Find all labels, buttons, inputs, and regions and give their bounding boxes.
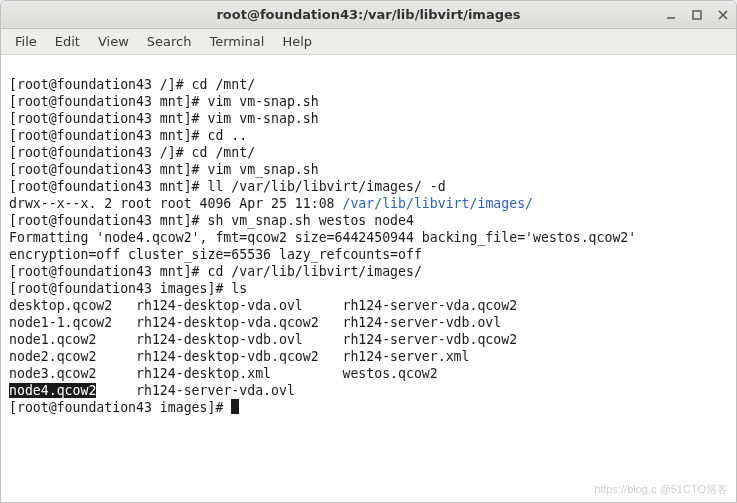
cursor-icon xyxy=(231,399,239,414)
terminal-area[interactable]: [root@foundation43 /]# cd /mnt/ [root@fo… xyxy=(1,55,736,502)
terminal-line: [root@foundation43 mnt]# cd .. xyxy=(9,128,247,143)
svg-rect-1 xyxy=(693,11,701,19)
terminal-line: [root@foundation43 mnt]# vim vm-snap.sh xyxy=(9,94,319,109)
prompt: [root@foundation43 images]# xyxy=(9,400,231,415)
menu-edit[interactable]: Edit xyxy=(47,31,88,52)
watermark-text: https://blog.c @51CTO博客 xyxy=(594,481,728,498)
minimize-button[interactable] xyxy=(664,8,678,22)
highlighted-filename: node4.qcow2 xyxy=(9,383,96,398)
menu-view[interactable]: View xyxy=(90,31,137,52)
terminal-line: drwx--x--x. 2 root root 4096 Apr 25 11:0… xyxy=(9,196,533,211)
window-controls xyxy=(664,8,730,22)
terminal-line: [root@foundation43 mnt]# vim vm-snap.sh xyxy=(9,111,319,126)
menu-terminal[interactable]: Terminal xyxy=(201,31,272,52)
menu-search[interactable]: Search xyxy=(139,31,200,52)
terminal-line: node2.qcow2 rh124-desktop-vdb.qcow2 rh12… xyxy=(9,349,470,364)
terminal-line: [root@foundation43 mnt]# sh vm_snap.sh w… xyxy=(9,213,414,228)
window-title: root@foundation43:/var/lib/libvirt/image… xyxy=(1,7,736,22)
ls-output-rest: rh124-server-vda.ovl xyxy=(96,383,295,398)
terminal-line: [root@foundation43 mnt]# vim vm_snap.sh xyxy=(9,162,319,177)
terminal-line: [root@foundation43 images]# xyxy=(9,400,239,415)
maximize-button[interactable] xyxy=(690,8,704,22)
window-titlebar: root@foundation43:/var/lib/libvirt/image… xyxy=(1,1,736,29)
terminal-line: [root@foundation43 /]# cd /mnt/ xyxy=(9,145,255,160)
terminal-line: Formatting 'node4.qcow2', fmt=qcow2 size… xyxy=(9,230,644,245)
terminal-line: node1.qcow2 rh124-desktop-vdb.ovl rh124-… xyxy=(9,332,517,347)
directory-path: /var/lib/libvirt/images/ xyxy=(342,196,533,211)
terminal-line: encryption=off cluster_size=65536 lazy_r… xyxy=(9,247,422,262)
terminal-line: [root@foundation43 mnt]# cd /var/lib/lib… xyxy=(9,264,422,279)
menu-bar: File Edit View Search Terminal Help xyxy=(1,29,736,55)
ll-output-perms: drwx--x--x. 2 root root 4096 Apr 25 11:0… xyxy=(9,196,342,211)
terminal-line: [root@foundation43 mnt]# ll /var/lib/lib… xyxy=(9,179,446,194)
terminal-line: [root@foundation43 images]# ls xyxy=(9,281,247,296)
terminal-line: node3.qcow2 rh124-desktop.xml westos.qco… xyxy=(9,366,438,381)
close-button[interactable] xyxy=(716,8,730,22)
terminal-line: node4.qcow2 rh124-server-vda.ovl xyxy=(9,383,295,398)
terminal-line: desktop.qcow2 rh124-desktop-vda.ovl rh12… xyxy=(9,298,517,313)
menu-file[interactable]: File xyxy=(7,31,45,52)
terminal-line: [root@foundation43 /]# cd /mnt/ xyxy=(9,77,255,92)
terminal-line: node1-1.qcow2 rh124-desktop-vda.qcow2 rh… xyxy=(9,315,501,330)
menu-help[interactable]: Help xyxy=(274,31,320,52)
